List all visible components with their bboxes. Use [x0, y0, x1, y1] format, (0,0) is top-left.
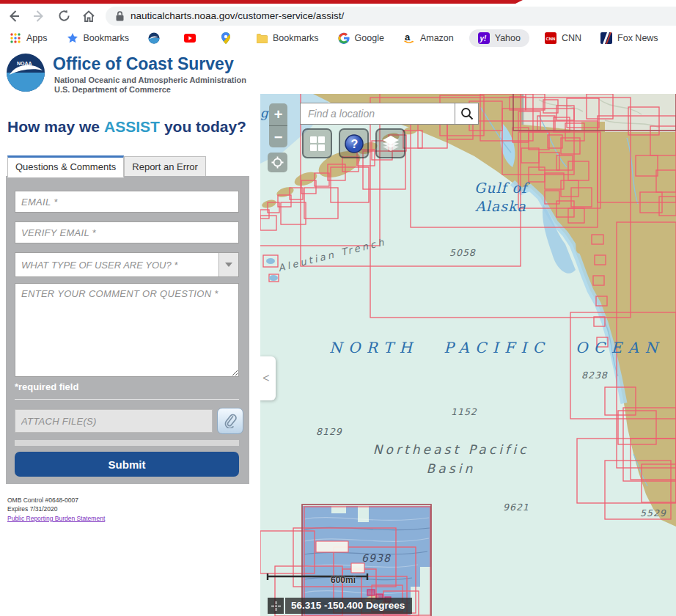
- omb-footer: OMB Control #0648-0007 Expires 7/31/2020…: [7, 496, 105, 523]
- paperclip-icon: [224, 414, 237, 428]
- chart-extent-rect[interactable]: [351, 563, 364, 573]
- back-icon: [7, 9, 21, 23]
- chart-thumbnail: [269, 275, 278, 281]
- chart-extent-rect[interactable]: [304, 188, 338, 219]
- url-text: nauticalcharts.noaa.gov/customer-service…: [131, 10, 344, 21]
- coordinate-readout: 56.315 -150.400 Degrees: [268, 598, 412, 614]
- heading-post: you today?: [164, 118, 246, 135]
- bookmark-cnn[interactable]: CNN CNN: [545, 32, 581, 44]
- bookmark-noaa[interactable]: [148, 32, 165, 44]
- site-subtitle-2: U.S. Department of Commerce: [54, 85, 171, 94]
- site-subtitle-1: National Oceanic and Atmospheric Adminis…: [54, 76, 246, 84]
- page-title: How may weASSISTyou today?: [7, 118, 251, 136]
- chevron-down-icon: [218, 253, 238, 276]
- tab-report-error[interactable]: Report an Error: [124, 156, 206, 177]
- bookmark-label: Bookmarks: [84, 33, 130, 43]
- comment-textarea[interactable]: [15, 283, 239, 377]
- url-bar[interactable]: nauticalcharts.noaa.gov/customer-service…: [106, 7, 676, 26]
- bookmark-maps[interactable]: [220, 32, 237, 44]
- bookmark-amazon[interactable]: a Amazon: [403, 32, 454, 44]
- reload-button[interactable]: [53, 6, 75, 26]
- bookmark-folder[interactable]: Bookmarks: [256, 32, 319, 44]
- user-type-placeholder: WHAT TYPE OF USER ARE YOU? *: [15, 260, 218, 271]
- chart-extent-rect[interactable]: [367, 590, 375, 595]
- apps-grid-icon: [10, 32, 21, 44]
- divider: [15, 399, 239, 400]
- bookmark-bookmarks-star[interactable]: Bookmarks: [67, 32, 130, 44]
- bookmark-label: Fox News: [617, 33, 658, 43]
- attach-file-button[interactable]: [217, 408, 243, 434]
- help-button[interactable]: ?: [339, 128, 369, 158]
- geolocate-button[interactable]: [268, 153, 287, 172]
- forward-button[interactable]: [28, 6, 50, 26]
- verify-email-field[interactable]: [15, 221, 239, 243]
- layers-icon: [382, 135, 400, 153]
- browser-window: nauticalcharts.noaa.gov/customer-service…: [0, 0, 676, 616]
- back-button[interactable]: [3, 6, 25, 26]
- bookmark-label: Yahoo: [495, 33, 521, 43]
- zoom-in-button[interactable]: +: [269, 103, 287, 126]
- panel-collapse-handle[interactable]: <: [260, 356, 276, 400]
- star-icon: [67, 32, 78, 44]
- basemap-button[interactable]: [302, 128, 332, 158]
- coordinate-text: 56.315 -150.400 Degrees: [285, 598, 412, 614]
- search-icon: [460, 107, 474, 120]
- bookmark-apps[interactable]: Apps: [10, 32, 48, 44]
- tab-bar: Questions & Comments Report an Error: [7, 155, 206, 177]
- burden-statement-link[interactable]: Public Reporting Burden Statement: [7, 515, 105, 522]
- forward-icon: [32, 9, 46, 23]
- attach-files-field[interactable]: [15, 409, 213, 433]
- submit-button[interactable]: Submit: [15, 452, 239, 477]
- bookmark-label: Apps: [26, 33, 48, 43]
- required-field-note: *required field: [15, 381, 78, 392]
- chart-locator-map[interactable]: g Gulf of Alaska NORTH PACIFIC OCEAN Ale…: [260, 94, 676, 616]
- bookmark-google[interactable]: Google: [338, 32, 384, 44]
- chart-extent-rect[interactable]: [281, 202, 306, 224]
- cnn-icon: CNN: [545, 32, 556, 44]
- location-search-input[interactable]: [301, 103, 455, 124]
- youtube-icon: [184, 32, 196, 44]
- home-button[interactable]: [78, 6, 100, 26]
- reload-icon: [57, 9, 71, 23]
- svg-text:CNN: CNN: [545, 37, 555, 41]
- amazon-icon: a: [403, 32, 415, 44]
- svg-text:a: a: [405, 32, 411, 43]
- basemap-grid-icon: [309, 136, 326, 152]
- bookmark-yahoo[interactable]: y! Yahoo: [469, 29, 529, 47]
- omb-expires: Expires 7/31/2020: [7, 505, 105, 513]
- heading-pre: How may we: [7, 118, 100, 135]
- site-title: Office of Coast Survey: [53, 54, 234, 74]
- bookmark-youtube[interactable]: [184, 32, 201, 44]
- maps-pin-icon: [220, 32, 232, 44]
- user-type-select[interactable]: WHAT TYPE OF USER ARE YOU? *: [15, 252, 239, 277]
- folder-icon: [256, 32, 268, 44]
- browser-toolbar: nauticalcharts.noaa.gov/customer-service…: [0, 4, 676, 28]
- lock-icon: [116, 11, 124, 21]
- fox-news-icon: [600, 32, 612, 44]
- yahoo-icon: y!: [478, 32, 490, 44]
- bookmark-label: CNN: [562, 33, 581, 43]
- noaa-favicon: [148, 32, 160, 44]
- zoom-control: + −: [269, 103, 287, 147]
- assist-panel: How may weASSISTyou today? Questions & C…: [0, 94, 260, 616]
- map-canvas: [260, 94, 676, 616]
- svg-text:y!: y!: [479, 34, 487, 43]
- bookmark-label: Bookmarks: [273, 33, 319, 43]
- site-header: NOAA Office of Coast Survey National Oce…: [0, 48, 676, 94]
- geolocate-icon: [271, 156, 284, 169]
- svg-text:?: ?: [350, 138, 358, 150]
- chart-extent-rect[interactable]: [316, 541, 348, 552]
- crosshair-icon: [268, 598, 284, 614]
- bookmarks-bar: Apps Bookmarks Bookmarks Google a Ama: [0, 28, 676, 49]
- omb-control: OMB Control #0648-0007: [7, 496, 105, 505]
- tab-questions-comments[interactable]: Questions & Comments: [7, 155, 124, 177]
- layers-button[interactable]: [375, 128, 405, 158]
- chart-extent-rect[interactable]: [260, 216, 276, 230]
- email-field[interactable]: [15, 191, 239, 213]
- location-search: [300, 103, 479, 125]
- bookmark-fox-news[interactable]: Fox News: [600, 32, 658, 44]
- upload-progress-bar: [15, 440, 239, 446]
- search-button[interactable]: [455, 103, 478, 124]
- bookmark-label: Amazon: [420, 33, 454, 43]
- zoom-out-button[interactable]: −: [269, 126, 287, 147]
